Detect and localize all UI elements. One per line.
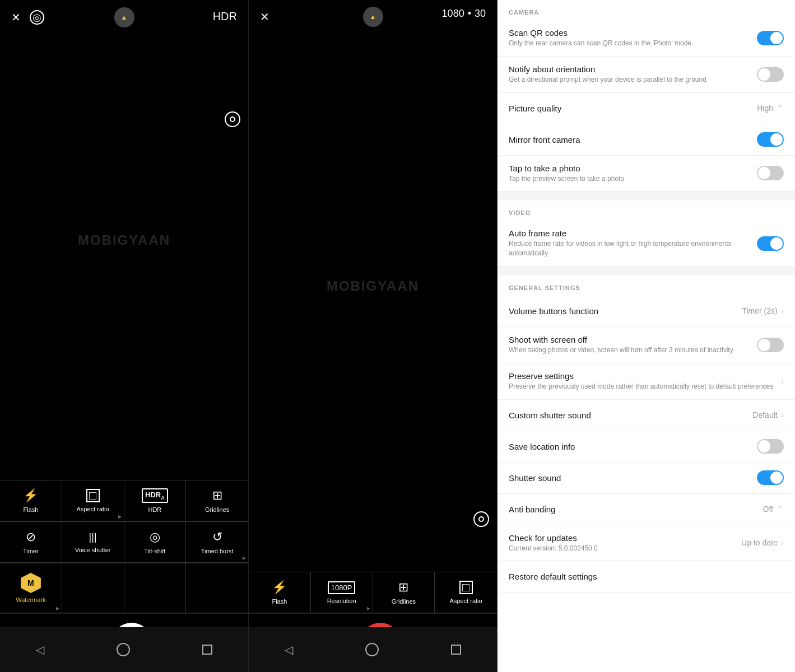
aspect-ratio-control[interactable]: □ Aspect ratio ▶ [62,480,124,521]
resolution-value: 1080 [442,8,464,20]
flash-label: Flash [23,506,38,513]
setting-mirror-front[interactable]: Mirror front camera [498,124,795,156]
setting-screen-off[interactable]: Shoot with screen off When taking photos… [498,327,795,363]
capture-target-icon [225,111,240,127]
setting-custom-shutter-right: Default › [752,410,784,420]
setting-tap-desc: Tap the preview screen to take a photo [509,174,757,184]
setting-scan-qr[interactable]: Scan QR codes Only the rear camera can s… [498,20,795,57]
picture-quality-chevron: ⌃ [777,103,784,114]
setting-shutter-toggle[interactable] [757,470,784,485]
setting-tap-photo[interactable]: Tap to take a photo Tap the preview scre… [498,156,795,192]
setting-volume-buttons[interactable]: Volume buttons function Timer (2s) › [498,296,795,327]
setting-anti-banding[interactable]: Anti banding Off ⌃ [498,494,795,525]
timer-label: Timer [23,548,39,554]
middle-topbar-icons: ✕ [260,10,269,24]
controls-row1: ⚡ Flash □ Aspect ratio ▶ HDRA HDR ⊞ Grid… [0,480,248,521]
setting-updates-left: Check for updates Current version: 5.0.0… [509,533,741,553]
setting-auto-frame[interactable]: Auto frame rate Reduce frame rate for vi… [498,221,795,267]
setting-shutter-sound[interactable]: Shutter sound [498,463,795,494]
setting-tap-toggle[interactable] [757,166,784,180]
section-spacer-general [498,267,795,276]
setting-save-location[interactable]: Save location info [498,431,795,463]
timer-icon: ⊘ [26,530,36,544]
setting-restore-left: Restore default settings [509,572,784,581]
video-gridlines-control[interactable]: ⊞ Gridlines [373,572,435,613]
setting-picture-right: High ⌃ [757,103,784,114]
setting-preserve-right: › [781,376,784,386]
setting-volume-left: Volume buttons function [509,306,742,316]
setting-volume-value: Timer (2s) [742,306,777,315]
setting-mirror-left: Mirror front camera [509,135,757,144]
section-spacer-video [498,192,795,200]
updates-chevron: › [781,538,784,548]
middle-topbar: ✕ 1080 • 30 [249,0,497,34]
video-resolution-control[interactable]: 1080P Resolution ▶ [311,572,373,613]
setting-screen-toggle[interactable] [757,338,784,352]
middle-flash-off-icon[interactable]: ✕ [260,10,269,24]
setting-scan-qr-title: Scan QR codes [509,28,757,38]
setting-notify-title: Notify about orientation [509,64,757,74]
corner-arrow-resolution: ▶ [367,606,370,611]
recent-button-middle[interactable] [451,645,461,655]
setting-scan-qr-toggle[interactable] [757,31,784,45]
video-aspect-control[interactable]: □ Aspect ratio [435,572,497,613]
hdr-icon: HDRA [142,488,168,503]
focus-icon[interactable]: ◎ [30,10,44,25]
setting-restore-defaults[interactable]: Restore default settings [498,561,795,592]
setting-auto-frame-toggle[interactable] [757,236,784,251]
setting-custom-shutter-left: Custom shutter sound [509,410,752,420]
timer-control[interactable]: ⊘ Timer [0,522,62,563]
setting-shutter-left: Shutter sound [509,473,757,483]
left-camera-panel: ✕ ◎ HDR MOBIGYAAN ⚡ Flash □ Aspect ratio… [0,0,249,672]
video-flash-control[interactable]: ⚡ Flash [249,572,311,613]
watermark-overlay: MOBIGYAAN [78,232,170,248]
back-button-left[interactable]: ◁ [36,643,44,656]
setting-mirror-toggle[interactable] [757,132,784,147]
video-controls-bar: ⚡ Flash 1080P Resolution ▶ ⊞ Gridlines □… [249,572,497,613]
setting-check-updates[interactable]: Check for updates Current version: 5.0.0… [498,525,795,562]
middle-chevron-center [363,7,383,27]
home-button-left[interactable] [117,643,130,656]
expand-button[interactable] [114,7,134,27]
chevron-center [114,7,134,27]
setting-notify-toggle[interactable] [757,67,784,82]
hdr-label-ctrl: HDR [148,506,161,513]
hdr-control[interactable]: HDRA HDR [124,480,187,521]
setting-notify-desc: Get a directional prompt when your devic… [509,75,757,85]
corner-arrow-timed: ▶ [243,556,246,561]
middle-expand-button[interactable] [363,7,383,27]
back-button-middle[interactable]: ◁ [285,643,293,656]
setting-auto-frame-desc: Reduce frame rate for videos in low ligh… [509,239,757,258]
flash-control[interactable]: ⚡ Flash [0,480,62,521]
home-button-middle[interactable] [365,643,379,656]
setting-notify-orientation[interactable]: Notify about orientation Get a direction… [498,57,795,93]
left-nav-bar: ◁ [0,627,248,672]
gridlines-control[interactable]: ⊞ Gridlines [186,480,248,521]
aspect-ratio-label: Aspect ratio [77,506,109,512]
corner-arrow-watermark: ▶ [56,606,59,611]
empty-ctrl-1 [62,563,124,613]
resolution-display: 1080 • 30 [442,8,486,20]
setting-anti-title: Anti banding [509,505,763,514]
watermark-control[interactable]: M Watermark ▶ [0,563,62,613]
setting-preserve[interactable]: Preserve settings Preserve the previousl… [498,363,795,400]
tilt-shift-icon: ◎ [150,530,160,544]
setting-custom-shutter[interactable]: Custom shutter sound Default › [498,400,795,431]
custom-shutter-chevron: › [781,410,784,420]
voice-shutter-control[interactable]: ||| Voice shutter [62,522,124,563]
flash-off-icon[interactable]: ✕ [11,11,21,24]
timed-burst-control[interactable]: ↺ Timed burst ▶ [186,522,248,563]
timed-burst-icon: ↺ [212,530,222,544]
video-aspect-label: Aspect ratio [450,598,482,604]
setting-picture-quality[interactable]: Picture quality High ⌃ [498,93,795,124]
setting-preserve-desc: Preserve the previously used mode rather… [509,382,781,391]
setting-location-toggle[interactable] [757,439,784,454]
setting-location-left: Save location info [509,442,757,451]
tilt-shift-control[interactable]: ◎ Tilt-shift [124,522,187,563]
voice-shutter-icon: ||| [89,531,97,543]
video-aspect-icon: □ [459,581,473,594]
aspect-ratio-icon: □ [86,489,100,502]
recent-button-left[interactable] [202,645,212,655]
timed-burst-label: Timed burst [201,548,234,554]
setting-picture-title: Picture quality [509,104,757,113]
